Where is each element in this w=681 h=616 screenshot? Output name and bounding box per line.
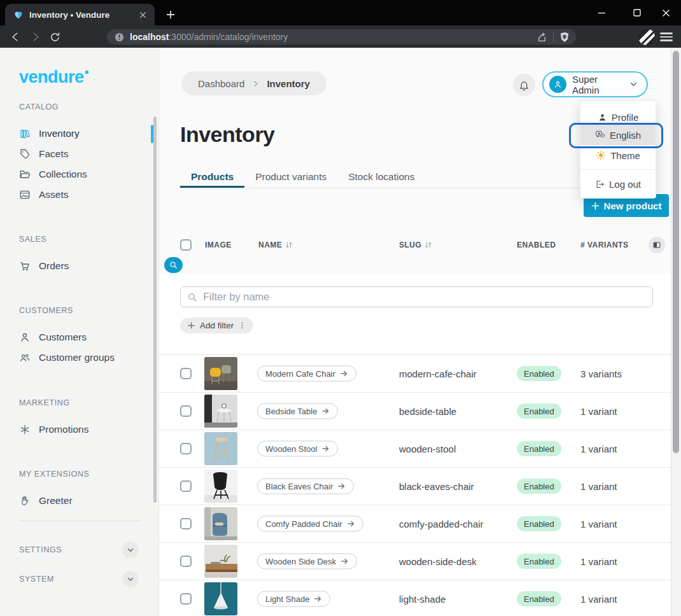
tab-product-variants[interactable]: Product variants xyxy=(244,166,337,188)
window-minimize-button[interactable] xyxy=(592,4,611,22)
sidebar-item-label: Promotions xyxy=(39,424,88,435)
sidebar-section-settings[interactable]: SETTINGS xyxy=(0,541,159,559)
chevron-down-icon[interactable] xyxy=(122,571,139,587)
browser-tab[interactable]: Inventory • Vendure xyxy=(5,4,155,25)
filter-by-name-input[interactable] xyxy=(203,291,646,303)
sidebar-section-system[interactable]: SYSTEM xyxy=(0,570,159,588)
add-filter-button[interactable]: Add filter xyxy=(180,318,253,333)
sidebar-item-greeter[interactable]: Greeter xyxy=(0,491,159,511)
row-checkbox[interactable] xyxy=(180,368,192,379)
share-icon[interactable] xyxy=(537,32,547,43)
site-info-icon[interactable] xyxy=(115,32,124,42)
sidebar-item-inventory[interactable]: Inventory xyxy=(0,123,159,144)
menu-item-log-out[interactable]: Log out xyxy=(580,174,656,193)
section-label-my-extensions: MY EXTENSIONS xyxy=(0,469,159,479)
sidebar-item-collections[interactable]: Collections xyxy=(0,164,159,185)
column-settings-button[interactable] xyxy=(649,237,665,253)
tab-stock-locations[interactable]: Stock locations xyxy=(337,166,425,188)
vendure-favicon xyxy=(13,10,24,20)
row-checkbox[interactable] xyxy=(180,593,192,605)
product-name-button[interactable]: Comfy Padded Chair xyxy=(257,516,363,532)
sidebar-item-label: Inventory xyxy=(39,128,80,139)
sidebar-item-label: Orders xyxy=(39,260,69,272)
arrow-right-icon xyxy=(347,520,355,528)
breadcrumb: Dashboard Inventory xyxy=(181,71,326,95)
back-button[interactable] xyxy=(9,31,22,43)
search-icon xyxy=(187,292,197,302)
arrow-right-icon xyxy=(314,595,322,603)
window-close-button[interactable] xyxy=(656,4,675,22)
tab-close-icon[interactable] xyxy=(137,9,148,20)
variant-count: 1 variant xyxy=(580,406,617,417)
menu-item-label: Theme xyxy=(610,150,640,161)
bell-icon xyxy=(519,80,530,91)
active-nav-indicator xyxy=(151,125,153,143)
menu-divider xyxy=(581,169,655,170)
sidebar-item-orders[interactable]: Orders xyxy=(0,256,159,276)
user-menu-button[interactable]: Super Admin xyxy=(542,71,648,97)
chevron-right-icon xyxy=(252,80,259,87)
section-label-sales: SALES xyxy=(0,234,159,244)
sidebar-section-catalog: CATALOG Inventory Facets Collections xyxy=(0,102,159,205)
status-badge: Enabled xyxy=(517,441,561,456)
product-slug: wooden-stool xyxy=(399,444,456,454)
section-label-marketing: MARKETING xyxy=(0,398,159,408)
url-bar[interactable]: localhost:3000/admin/catalog/inventory xyxy=(107,29,576,45)
page-scrollbar-thumb[interactable] xyxy=(673,51,679,453)
sidebar-item-customer-groups[interactable]: Customer groups xyxy=(0,347,159,368)
browser-window: Inventory • Vendure localhost:3000/ad xyxy=(0,0,681,616)
kebab-menu-icon[interactable] xyxy=(239,322,246,329)
sidebar-section-customers: CUSTOMERS Customers Customer groups xyxy=(0,305,159,368)
sidebar-item-label: Greeter xyxy=(39,495,73,507)
browser-profile-avatar[interactable] xyxy=(638,29,655,45)
sidebar-scrollbar[interactable] xyxy=(153,116,157,503)
menu-item-profile[interactable]: Profile xyxy=(580,108,656,127)
row-checkbox[interactable] xyxy=(180,443,192,454)
row-checkbox[interactable] xyxy=(180,518,192,529)
new-tab-button[interactable] xyxy=(162,6,179,23)
forward-button[interactable] xyxy=(29,31,42,43)
arrow-right-icon xyxy=(321,445,330,453)
table-row: Black Eaves Chair black-eaves-chair Enab… xyxy=(159,467,671,505)
sidebar-section-marketing: MARKETING Promotions xyxy=(0,398,159,440)
row-checkbox[interactable] xyxy=(180,405,192,417)
sidebar-item-facets[interactable]: Facets xyxy=(0,144,159,164)
brave-shield-icon[interactable] xyxy=(559,32,570,43)
product-name-button[interactable]: Wooden Stool xyxy=(257,441,338,457)
window-maximize-button[interactable] xyxy=(628,4,647,22)
chevron-down-icon[interactable] xyxy=(122,542,139,558)
variant-count: 1 variant xyxy=(580,556,617,567)
column-header-name[interactable]: NAME xyxy=(258,241,293,249)
product-name-button[interactable]: Modern Cafe Chair xyxy=(257,366,356,382)
product-name-button[interactable]: Black Eaves Chair xyxy=(257,479,354,494)
breadcrumb-dashboard-link[interactable]: Dashboard xyxy=(198,78,244,89)
menu-item-theme[interactable]: Theme xyxy=(580,146,656,165)
tab-products[interactable]: Products xyxy=(180,166,244,188)
sidebar-item-label: Customer groups xyxy=(39,352,115,363)
product-table-body: Modern Cafe Chair modern-cafe-chair Enab… xyxy=(159,354,671,616)
browser-menu-icon[interactable] xyxy=(660,31,673,43)
sidebar-item-promotions[interactable]: Promotions xyxy=(0,419,159,440)
column-header-slug[interactable]: SLUG xyxy=(399,241,432,249)
notifications-button[interactable] xyxy=(513,74,535,96)
variant-count: 1 variant xyxy=(580,481,617,492)
variant-count: 1 variant xyxy=(580,594,617,605)
product-name-button[interactable]: Light Shade xyxy=(257,591,330,607)
product-name-button[interactable]: Wooden Side Desk xyxy=(257,554,357,570)
search-toggle-button[interactable] xyxy=(164,257,183,273)
search-icon xyxy=(169,261,178,269)
reload-button[interactable] xyxy=(48,31,61,43)
sidebar-item-assets[interactable]: Assets xyxy=(0,185,159,205)
product-name-button[interactable]: Bedside Table xyxy=(257,403,338,419)
filter-field xyxy=(180,286,653,307)
users-icon xyxy=(19,352,31,363)
add-filter-label: Add filter xyxy=(200,321,234,330)
select-all-checkbox[interactable] xyxy=(180,239,192,251)
table-row: Bedside Table bedside-table Enabled 1 va… xyxy=(159,392,671,430)
row-checkbox[interactable] xyxy=(180,480,192,492)
menu-item-english[interactable]: A English xyxy=(580,125,656,145)
sidebar-item-customers[interactable]: Customers xyxy=(0,327,159,347)
page-title: Inventory xyxy=(180,122,275,147)
product-thumbnail xyxy=(204,507,237,540)
row-checkbox[interactable] xyxy=(180,556,192,567)
